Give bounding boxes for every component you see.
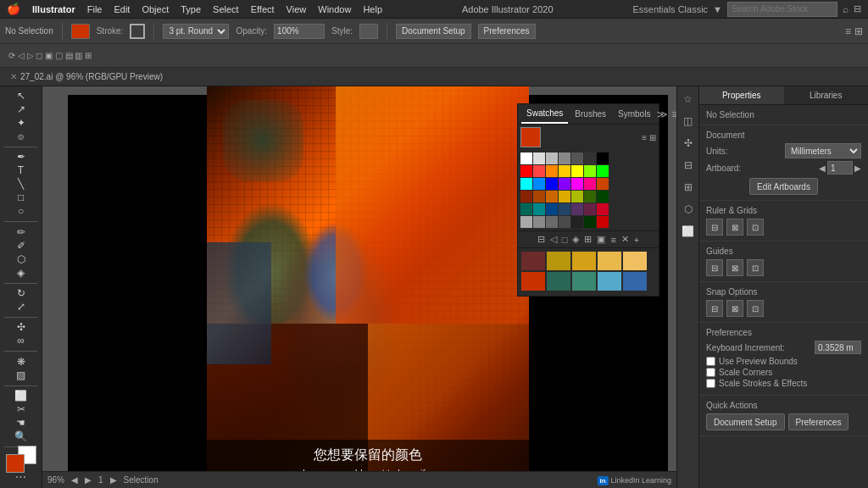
direct-selection-tool[interactable]: ↗ [7, 103, 36, 115]
panel-more-icon[interactable]: ≫ [657, 108, 668, 120]
sw-icon-2[interactable]: ◁ [550, 234, 557, 245]
swatch-g6[interactable] [584, 216, 596, 228]
palette-red[interactable] [521, 272, 545, 291]
pen-tool[interactable]: ✒ [7, 151, 36, 163]
use-preview-checkbox[interactable] [706, 357, 715, 366]
swatch-crim[interactable] [597, 203, 609, 215]
palette-gold[interactable] [547, 252, 570, 270]
swatch-yellow2[interactable] [571, 165, 583, 177]
sw-icon-9[interactable]: + [634, 235, 639, 245]
arrange-icon[interactable]: ⊟ [854, 3, 861, 14]
swatch-last[interactable] [597, 216, 609, 228]
swatches-tab[interactable]: Swatches [521, 104, 568, 124]
snap-icon-2[interactable]: ⊠ [726, 300, 743, 317]
swatch-yl[interactable] [571, 191, 583, 202]
ellipse-tool[interactable]: ○ [7, 205, 36, 217]
color-swatches[interactable] [6, 454, 36, 464]
main-swatch[interactable] [520, 127, 541, 147]
sidebar-icon-1[interactable]: ☆ [679, 90, 698, 108]
swatch-nb2[interactable] [559, 203, 570, 215]
list-view-icon[interactable]: ≡ [642, 133, 647, 142]
menu-type[interactable]: Type [181, 4, 201, 14]
palette-teal[interactable] [547, 272, 570, 291]
swatch-teal[interactable] [520, 203, 532, 215]
units-select[interactable]: Millimeters Pixels Points Inches [785, 143, 861, 158]
swatch-do[interactable] [546, 191, 558, 202]
palette-yellow2[interactable] [623, 252, 647, 270]
menu-select[interactable]: Select [213, 4, 239, 14]
apple-menu[interactable]: 🍎 [7, 3, 20, 15]
guide-icon-2[interactable]: ⊠ [726, 259, 743, 276]
sidebar-icon-6[interactable]: ⬡ [679, 200, 698, 219]
play-icon[interactable]: ▶ [110, 475, 117, 485]
swatch-dg[interactable] [584, 191, 596, 202]
fill-color-swatch[interactable] [6, 454, 25, 473]
swatch-nb[interactable] [546, 203, 558, 215]
menu-window[interactable]: Window [318, 4, 351, 14]
artboard-tool[interactable]: ⬜ [7, 390, 36, 402]
swatch-g1[interactable] [520, 216, 532, 228]
paintbrush-tool[interactable]: ✏ [7, 226, 36, 238]
opacity-input[interactable] [274, 24, 325, 39]
swatch-darkest[interactable] [584, 152, 596, 164]
sw-icon-8[interactable]: ✕ [621, 234, 629, 245]
menu-view[interactable]: View [287, 4, 307, 14]
swatch-dr2[interactable] [533, 191, 545, 202]
symbol-sprayer-tool[interactable]: ❋ [7, 356, 36, 368]
swatch-black[interactable] [597, 152, 609, 164]
swatch-white[interactable] [520, 152, 532, 164]
menu-file[interactable]: File [87, 4, 103, 14]
swatch-cyan[interactable] [520, 178, 532, 190]
graph-tool[interactable]: ▨ [7, 369, 36, 381]
swatch-blue[interactable] [533, 178, 545, 190]
ruler-icon-3[interactable]: ⊡ [747, 219, 764, 236]
sidebar-icon-5[interactable]: ⊞ [679, 178, 698, 197]
sw-icon-3[interactable]: □ [562, 235, 568, 245]
pencil-tool[interactable]: ✐ [7, 240, 36, 252]
slice-tool[interactable]: ✂ [7, 403, 36, 415]
palette-darkred[interactable] [521, 252, 545, 270]
guide-icon-3[interactable]: ⊡ [747, 259, 764, 276]
libraries-tab[interactable]: Libraries [784, 86, 869, 104]
properties-tab[interactable]: Properties [699, 86, 784, 104]
swatch-dg2[interactable] [597, 191, 609, 202]
magic-wand-tool[interactable]: ✦ [7, 117, 36, 129]
panel-menu-icon[interactable]: ≡ [671, 108, 676, 120]
blend-tool[interactable]: ∞ [7, 335, 36, 347]
artboard-input[interactable] [827, 161, 853, 175]
sw-icon-7[interactable]: ≡ [610, 235, 615, 245]
palette-yellow[interactable] [598, 252, 621, 270]
document-setup-btn[interactable]: Document Setup [396, 24, 471, 39]
snap-icon-1[interactable]: ⊟ [706, 300, 723, 317]
sidebar-icon-3[interactable]: ✣ [679, 134, 698, 152]
swatch-g2[interactable] [533, 216, 545, 228]
palette-blue[interactable] [598, 272, 621, 291]
swatch-mdgray[interactable] [559, 152, 570, 164]
swatch-g3[interactable] [546, 216, 558, 228]
artboard-prev[interactable]: ◀ [819, 164, 826, 173]
sw-icon-1[interactable]: ⊟ [537, 234, 545, 245]
swatch-red[interactable] [520, 165, 532, 177]
palette-blue2[interactable] [623, 272, 647, 291]
zoom-tool[interactable]: 🔍 [7, 430, 36, 442]
fill-swatch[interactable] [71, 24, 90, 39]
swatch-brp[interactable] [584, 203, 596, 215]
rect-tool[interactable]: □ [7, 191, 36, 203]
sidebar-icon-2[interactable]: ◫ [679, 112, 698, 130]
quick-preferences-btn[interactable]: Preferences [788, 413, 849, 430]
lasso-tool[interactable]: ⌾ [7, 130, 36, 142]
swatch-g5[interactable] [571, 216, 583, 228]
scale-tool[interactable]: ⤢ [7, 301, 36, 313]
sidebar-icon-4[interactable]: ⊟ [679, 156, 698, 175]
canvas-area[interactable]: 您想要保留的颜色 colors you would want to keep i… [42, 86, 676, 488]
palette-gold2[interactable] [572, 252, 596, 270]
keyboard-increment-input[interactable] [815, 341, 861, 354]
swatch-dkgray[interactable] [571, 152, 583, 164]
swatch-dr[interactable] [520, 191, 532, 202]
file-tab[interactable]: ✕ 27_02.ai @ 96% (RGB/GPU Preview) [5, 72, 168, 81]
swatch-teal2[interactable] [533, 203, 545, 215]
brushes-tab[interactable]: Brushes [570, 104, 611, 124]
swatch-brown[interactable] [597, 178, 609, 190]
swatch-blue2[interactable] [546, 178, 558, 190]
eraser-tool[interactable]: ◈ [7, 267, 36, 279]
